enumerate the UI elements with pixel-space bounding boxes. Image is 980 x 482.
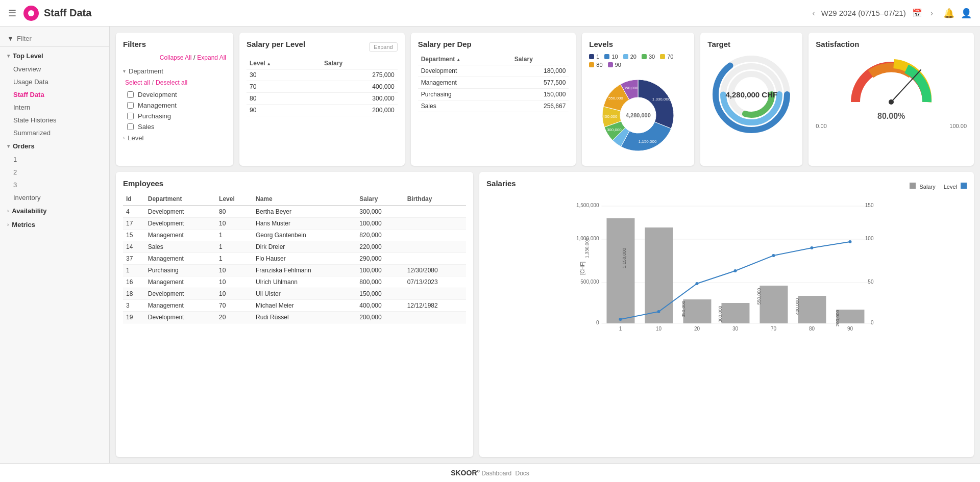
- level-point: [696, 282, 699, 285]
- collapse-all-link[interactable]: Collapse All: [160, 54, 192, 61]
- bar-20[interactable]: [683, 299, 712, 323]
- sidebar-item-inventory[interactable]: Inventory: [0, 191, 109, 204]
- prev-week-button[interactable]: ‹: [810, 8, 817, 19]
- sidebar-section-availability[interactable]: › Availability: [0, 204, 109, 218]
- chevron-down-icon: ▾: [7, 53, 10, 59]
- donut-segment[interactable]: [638, 80, 674, 129]
- sidebar-item-state-histories[interactable]: State Histories: [0, 114, 109, 126]
- sidebar-section-orders[interactable]: ▾ Orders: [0, 139, 109, 153]
- legend-item: 1: [589, 54, 599, 60]
- col-name[interactable]: Name: [253, 193, 356, 206]
- salary-legend-icon: [910, 183, 916, 189]
- bell-icon[interactable]: 🔔: [943, 8, 954, 19]
- filter-checkbox-management[interactable]: [127, 102, 134, 109]
- salary-per-level-card: Salary per Level Expand Level Salary 302…: [239, 33, 405, 166]
- bar-30[interactable]: [722, 303, 750, 323]
- filter-section-department[interactable]: ▾ Department: [123, 65, 226, 77]
- level-point: [657, 310, 660, 313]
- table-row[interactable]: 19Development20Rudi Rüssel200,000: [123, 312, 466, 323]
- sidebar-item-overview[interactable]: Overview: [0, 63, 109, 75]
- sidebar-item-usage-data[interactable]: Usage Data: [0, 75, 109, 88]
- svg-text:10: 10: [656, 326, 662, 332]
- sidebar-item-intern[interactable]: Intern: [0, 101, 109, 114]
- sidebar-item-2[interactable]: 2: [0, 166, 109, 179]
- table-row[interactable]: 4Development80Bertha Beyer300,000: [123, 206, 466, 218]
- table-row[interactable]: 30275,000: [247, 69, 398, 81]
- table-row[interactable]: 37Management1Flo Hauser290,000: [123, 253, 466, 265]
- employees-table-wrapper[interactable]: Id Department Level Name Salary Birthday…: [123, 193, 466, 323]
- col-id[interactable]: Id: [123, 193, 145, 206]
- table-row[interactable]: 70400,000: [247, 81, 398, 93]
- target-value: 4,280,000 CHF: [725, 90, 777, 99]
- top-cards-row: Filters Collapse All / Expand All ▾ Depa…: [116, 33, 974, 166]
- user-icon[interactable]: 👤: [961, 8, 972, 19]
- salary-chart: 1,500,000 1,000,000 500,000 0 [CHF]: [486, 197, 967, 340]
- deselect-all-link[interactable]: Deselect all: [156, 79, 187, 86]
- sidebar-item-staff-data[interactable]: Staff Data: [0, 88, 109, 101]
- table-row[interactable]: Development180,000: [418, 65, 569, 77]
- sidebar-item-1[interactable]: 1: [0, 153, 109, 166]
- filter-section-level[interactable]: › Level: [123, 132, 226, 144]
- legend-item: 70: [660, 54, 673, 60]
- col-salary[interactable]: Salary: [356, 193, 404, 206]
- donut-segment[interactable]: [621, 122, 671, 151]
- level-point: [619, 318, 622, 321]
- table-row[interactable]: 80300,000: [247, 93, 398, 105]
- col-dept[interactable]: Department: [145, 193, 216, 206]
- sidebar-item-3[interactable]: 3: [0, 179, 109, 191]
- bar-1[interactable]: [607, 218, 635, 323]
- level-point: [772, 254, 775, 257]
- table-row[interactable]: 90200,000: [247, 105, 398, 116]
- calendar-icon[interactable]: 📅: [910, 7, 924, 19]
- bar-80[interactable]: [798, 296, 826, 323]
- bar-10[interactable]: [645, 227, 673, 323]
- filter-bar[interactable]: ▼: [0, 31, 109, 47]
- next-week-button[interactable]: ›: [928, 8, 935, 19]
- col-salary-dep[interactable]: Salary: [511, 54, 569, 65]
- col-level[interactable]: Level: [247, 58, 321, 69]
- topbar: ☰ Staff Data ‹ W29 2024 (07/15–07/21) 📅 …: [0, 0, 980, 27]
- footer-docs[interactable]: Docs: [516, 470, 529, 477]
- table-row[interactable]: Management577,500: [418, 77, 569, 89]
- table-row[interactable]: 1Purchasing10Franziska Fehlmann100,00012…: [123, 265, 466, 276]
- table-row[interactable]: 16Management10Ulrich Uhlmann800,00007/13…: [123, 276, 466, 288]
- filter-checkbox-sales[interactable]: [127, 123, 134, 130]
- table-row[interactable]: Purchasing150,000: [418, 89, 569, 100]
- sidebar-section-label: Metrics: [12, 221, 35, 229]
- filter-checkbox-purchasing[interactable]: [127, 113, 134, 119]
- filter-item-sales[interactable]: Sales: [123, 121, 226, 132]
- sidebar-section-top-level[interactable]: ▾ Top Level: [0, 49, 109, 63]
- bar-70[interactable]: [760, 286, 788, 323]
- table-row[interactable]: 14Sales1Dirk Dreier220,000: [123, 241, 466, 253]
- svg-text:50: 50: [868, 279, 874, 285]
- expand-all-link[interactable]: Expand All: [197, 54, 226, 61]
- col-department[interactable]: Department: [418, 54, 511, 65]
- table-row[interactable]: 17Development10Hans Muster100,000: [123, 218, 466, 230]
- filter-checkbox-development[interactable]: [127, 91, 134, 98]
- select-all-link[interactable]: Select all: [125, 79, 150, 86]
- expand-button[interactable]: Expand: [369, 42, 397, 52]
- target-card: Target 4,280,000 CHF: [700, 33, 802, 166]
- menu-icon[interactable]: ☰: [8, 8, 16, 19]
- filter-item-purchasing[interactable]: Purchasing: [123, 111, 226, 121]
- salaries-card: Salaries Salary Level: [479, 172, 974, 457]
- filter-item-management[interactable]: Management: [123, 100, 226, 111]
- bar-90[interactable]: [837, 310, 865, 323]
- col-salary[interactable]: Salary: [321, 58, 398, 69]
- table-row[interactable]: 18Development10Uli Ulster150,000: [123, 288, 466, 300]
- filter-input[interactable]: [17, 35, 103, 42]
- col-birthday[interactable]: Birthday: [404, 193, 466, 206]
- table-row[interactable]: 3Management70Michael Meier400,00012/12/1…: [123, 300, 466, 312]
- sidebar-section-metrics[interactable]: › Metrics: [0, 218, 109, 232]
- legend-dot: [660, 54, 665, 59]
- bottom-row: Employees Id Department Level Name Salar…: [116, 172, 974, 457]
- table-row[interactable]: 15Management1Georg Gantenbein820,000: [123, 230, 466, 241]
- table-row[interactable]: Sales256,667: [418, 100, 569, 112]
- svg-text:1,150,000: 1,150,000: [622, 248, 627, 268]
- col-level[interactable]: Level: [216, 193, 253, 206]
- chevron-right-icon: ›: [123, 135, 125, 141]
- salary-bar-chart: 1,500,000 1,000,000 500,000 0 [CHF]: [486, 197, 967, 341]
- sidebar-item-summarized[interactable]: Summarized: [0, 126, 109, 139]
- filter-item-development[interactable]: Development: [123, 89, 226, 100]
- employees-card: Employees Id Department Level Name Salar…: [116, 172, 473, 457]
